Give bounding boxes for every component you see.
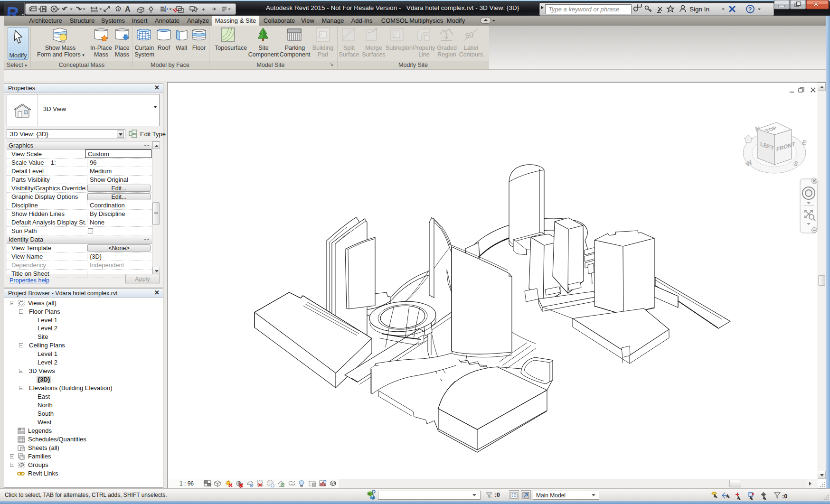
svg-text:E: E (801, 138, 807, 147)
svg-text:A: A (125, 5, 131, 13)
svg-text:Sign In: Sign In (689, 6, 709, 13)
svg-text:?: ? (748, 6, 752, 13)
svg-text::0: :0 (782, 493, 787, 500)
svg-text:1: 1 (117, 7, 120, 11)
svg-text:50: 50 (464, 30, 474, 40)
